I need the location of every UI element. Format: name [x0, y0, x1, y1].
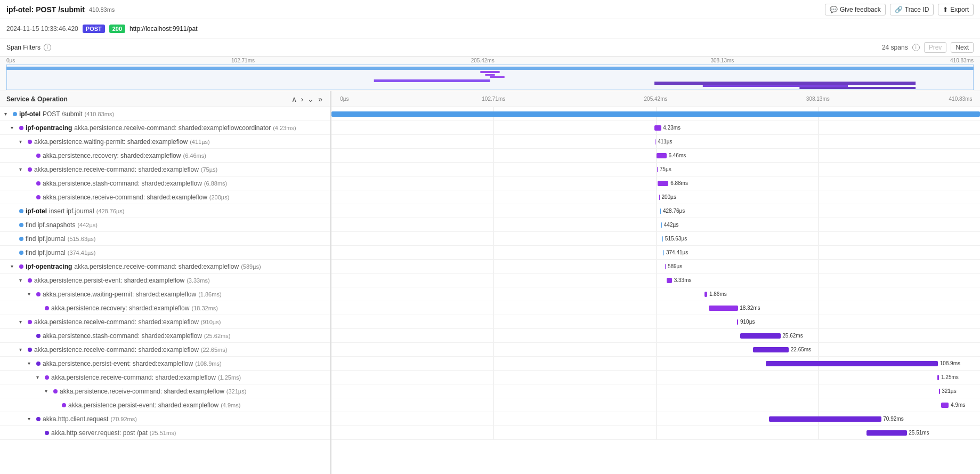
- timeline-row[interactable]: 108.9ms: [331, 357, 980, 371]
- id-icon: 🔗: [895, 6, 903, 13]
- span-row[interactable]: akka.persistence.persist-event: sharded:…: [0, 398, 330, 412]
- span-row[interactable]: ▾ipf-opentracing akka.persistence.receiv…: [0, 260, 330, 274]
- operation-name: akka.persistence.persist-event: sharded:…: [43, 360, 193, 367]
- duration-text: (442µs): [77, 222, 98, 228]
- timeline-row[interactable]: 411µs: [331, 135, 980, 149]
- expand-icon[interactable]: ▾: [45, 388, 51, 394]
- timeline-row[interactable]: 25.51ms: [331, 426, 980, 440]
- span-row[interactable]: ▾akka.persistence.waiting-permit: sharde…: [0, 135, 330, 149]
- expand-icon[interactable]: ▾: [28, 291, 34, 297]
- bar-label: 18.32ms: [740, 301, 760, 315]
- timeline-row[interactable]: 1.25ms: [331, 371, 980, 384]
- expand-icon[interactable]: ▾: [11, 125, 17, 131]
- span-row[interactable]: ▾ipf-opentracing akka.persistence.receiv…: [0, 121, 330, 135]
- timeline-row[interactable]: 25.62ms: [331, 329, 980, 343]
- timeline-row[interactable]: [331, 107, 980, 121]
- span-row[interactable]: ▾akka.persistence.persist-event: sharded…: [0, 274, 330, 287]
- span-row[interactable]: akka.persistence.stash-command: sharded:…: [0, 329, 330, 343]
- timeline-row[interactable]: 18.32ms: [331, 301, 980, 315]
- expand-icon[interactable]: ▾: [19, 347, 26, 352]
- expand-icon[interactable]: ▾: [19, 319, 26, 325]
- expand-icon[interactable]: ▾: [36, 374, 43, 380]
- grid-line: [493, 232, 494, 245]
- timeline-row[interactable]: 3.33ms: [331, 274, 980, 287]
- grid-line: [656, 412, 657, 425]
- timeline-bar: [737, 319, 739, 325]
- span-row[interactable]: find ipf.snapshots (442µs): [0, 218, 330, 232]
- collapse-button[interactable]: ⌄: [306, 94, 315, 105]
- timeline-row[interactable]: 442µs: [331, 218, 980, 232]
- grid-line: [493, 190, 494, 204]
- timeline-row[interactable]: 75µs: [331, 163, 980, 176]
- grid-line: [818, 287, 819, 301]
- span-row[interactable]: ▾akka.http.client.request (70.92ms): [0, 412, 330, 426]
- next-button[interactable]: Next: [951, 42, 974, 53]
- timeline-row[interactable]: 70.92ms: [331, 412, 980, 426]
- timeline-row[interactable]: 1.86ms: [331, 287, 980, 301]
- expand-icon[interactable]: ▾: [19, 277, 26, 283]
- span-row[interactable]: ▾akka.persistence.receive-command: shard…: [0, 343, 330, 357]
- grid-line: [493, 329, 494, 342]
- span-row[interactable]: ▾akka.persistence.receive-command: shard…: [0, 384, 330, 398]
- timeline-row[interactable]: 515.63µs: [331, 232, 980, 246]
- span-row[interactable]: find ipf.journal (515.63µs): [0, 232, 330, 246]
- timeline-row[interactable]: 6.88ms: [331, 176, 980, 190]
- timeline-row[interactable]: 4.23ms: [331, 121, 980, 135]
- expand-icon[interactable]: ▾: [4, 111, 11, 117]
- timeline-row[interactable]: 589µs: [331, 260, 980, 274]
- top-left: ipf-otel: POST /submit 410.83ms: [6, 5, 115, 14]
- span-row[interactable]: ▾akka.persistence.receive-command: shard…: [0, 163, 330, 176]
- collapse-all-button[interactable]: ∧: [290, 94, 298, 105]
- timeline-row[interactable]: 910µs: [331, 315, 980, 329]
- service-dot: [19, 237, 23, 241]
- export-button[interactable]: ⬆ Export: [938, 4, 974, 15]
- expand-icon[interactable]: ▾: [19, 139, 26, 144]
- span-row[interactable]: ▾akka.persistence.receive-command: shard…: [0, 371, 330, 384]
- span-row[interactable]: akka.http.server.request: post /pat (25.…: [0, 426, 330, 440]
- bar-label: 3.33ms: [674, 274, 692, 287]
- operation-name: find ipf.journal: [26, 235, 66, 243]
- duration-text: (6.88ms): [204, 180, 227, 187]
- timeline-row[interactable]: 4.9ms: [331, 398, 980, 412]
- give-feedback-button[interactable]: 💬 Give feedback: [825, 4, 886, 15]
- span-count-info-icon[interactable]: i: [912, 44, 920, 51]
- grid-line: [493, 135, 494, 148]
- tick-2: 205.42ms: [471, 58, 495, 63]
- service-dot: [36, 181, 41, 186]
- timeline-bar: [766, 361, 938, 366]
- operation-name: akka.persistence.recovery: sharded:examp…: [51, 304, 189, 312]
- span-row[interactable]: akka.persistence.stash-command: sharded:…: [0, 176, 330, 190]
- span-row[interactable]: akka.persistence.receive-command: sharde…: [0, 190, 330, 204]
- timeline-row[interactable]: 22.65ms: [331, 343, 980, 357]
- filter-info-icon[interactable]: i: [44, 44, 51, 51]
- span-row[interactable]: ipf-otel insert ipf.journal (428.76µs): [0, 204, 330, 218]
- grid-line: [818, 232, 819, 245]
- timeline-bar: [866, 430, 907, 436]
- span-row[interactable]: akka.persistence.recovery: sharded:examp…: [0, 301, 330, 315]
- prev-button[interactable]: Prev: [924, 42, 947, 53]
- expand-next-button[interactable]: ›: [300, 94, 305, 105]
- filter-label: Span Filters: [6, 44, 41, 51]
- span-row[interactable]: ▾ipf-otel POST /submit (410.83ms): [0, 107, 330, 121]
- span-row[interactable]: ▾akka.persistence.receive-command: shard…: [0, 315, 330, 329]
- expand-icon[interactable]: ▾: [19, 166, 26, 172]
- timeline-row[interactable]: 321µs: [331, 384, 980, 398]
- expand-icon[interactable]: ▾: [28, 416, 34, 422]
- bar-label: 22.65ms: [791, 343, 811, 356]
- timeline-row[interactable]: 6.46ms: [331, 149, 980, 163]
- timeline-bar: [654, 125, 661, 131]
- grid-line: [493, 371, 494, 384]
- trace-id-button[interactable]: 🔗 Trace ID: [890, 4, 934, 15]
- span-row[interactable]: ▾akka.persistence.persist-event: sharded…: [0, 357, 330, 371]
- timeline-row[interactable]: 374.41µs: [331, 246, 980, 260]
- timeline-row[interactable]: 200µs: [331, 190, 980, 204]
- expand-icon[interactable]: ▾: [28, 360, 34, 366]
- timeline-row[interactable]: 428.76µs: [331, 204, 980, 218]
- span-row[interactable]: find ipf.journal (374.41µs): [0, 246, 330, 260]
- span-row[interactable]: ▾akka.persistence.waiting-permit: sharde…: [0, 287, 330, 301]
- grid-line: [656, 426, 657, 439]
- right-panel: 0µs 102.71ms 205.42ms 308.13ms 410.83ms …: [331, 91, 980, 474]
- expand-all-button[interactable]: »: [317, 94, 323, 105]
- span-row[interactable]: akka.persistence.recovery: sharded:examp…: [0, 149, 330, 163]
- expand-icon[interactable]: ▾: [11, 263, 17, 269]
